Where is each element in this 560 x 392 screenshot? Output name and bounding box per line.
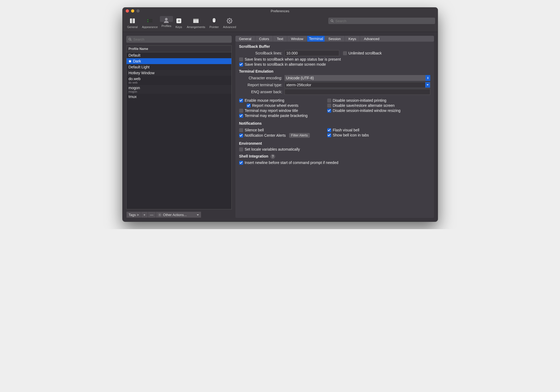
shell-newline-label: Insert newline before start of command p…	[245, 160, 338, 165]
scrollback-lines-label: Scrollback lines:	[239, 51, 285, 55]
checkbox-icon	[239, 114, 243, 118]
add-profile-button[interactable]: +	[141, 211, 148, 218]
disable-altscr-check[interactable]: Disable save/restore alternate screen	[327, 103, 430, 108]
paste-bracket-check[interactable]: Terminal may enable paste bracketing	[239, 113, 322, 118]
terminal-panel: Scrollback Buffer Scrollback lines: Unli…	[235, 42, 434, 218]
tab-general[interactable]: General	[235, 36, 255, 42]
shell-newline-check[interactable]: Insert newline before start of command p…	[239, 160, 430, 165]
profile-row[interactable]: Default Light	[127, 64, 231, 70]
disable-print-label: Disable session-initiated printing	[333, 98, 387, 103]
mouse-reporting-check[interactable]: Enable mouse reporting	[239, 98, 322, 103]
tab-session[interactable]: Session	[325, 36, 345, 42]
tab-colors[interactable]: Colors	[255, 36, 273, 42]
checkbox-icon	[239, 161, 243, 165]
profile-row[interactable]: tmux	[127, 94, 231, 100]
profile-row[interactable]: Dark	[127, 58, 231, 64]
svg-line-20	[227, 19, 228, 19]
locale-check[interactable]: Set locale variables automatically	[239, 147, 430, 151]
save-statusbar-check[interactable]: Save lines to scrollback when an app sta…	[239, 57, 430, 61]
disable-altscr-label: Disable save/restore alternate screen	[333, 103, 395, 108]
profile-sub: do web	[129, 81, 141, 84]
profile-name: Default Light	[129, 65, 150, 69]
toolbar-label: Arrangements	[187, 25, 205, 29]
checkbox-icon	[239, 128, 243, 132]
profile-row[interactable]: Hotkey Window	[127, 70, 231, 76]
encoding-value: Unicode (UTF-8)	[286, 76, 314, 80]
titlebar: Preferences	[123, 7, 438, 14]
scrollback-heading: Scrollback Buffer	[239, 44, 430, 49]
disable-print-check[interactable]: Disable session-initiated printing	[327, 98, 430, 103]
report-type-combo[interactable]: xterm-256color	[285, 82, 430, 88]
profile-list: DefaultDarkDefault LightHotkey Windowdo.…	[126, 52, 232, 209]
bell-icon-label: Show bell icon in tabs	[333, 133, 369, 137]
profile-sidebar: Profile Name DefaultDarkDefault LightHot…	[126, 36, 232, 218]
checkbox-icon	[239, 109, 243, 113]
filter-alerts-button[interactable]: Filter Alerts	[289, 133, 310, 138]
encoding-select[interactable]: Unicode (UTF-8)	[285, 75, 430, 81]
silence-bell-check[interactable]: Silence bell	[239, 128, 322, 132]
shell-heading: Shell Integration?	[239, 154, 430, 159]
profile-name: mogon	[129, 86, 140, 90]
nc-alerts-check[interactable]: Notification Center AlertsFilter Alerts	[239, 133, 322, 138]
tab-advanced[interactable]: Advanced	[360, 36, 383, 42]
svg-point-4	[148, 19, 148, 20]
toolbar-advanced[interactable]: Advanced	[221, 16, 238, 30]
profiles-icon	[163, 17, 170, 23]
toolbar-search-input[interactable]	[336, 19, 433, 23]
profile-list-header[interactable]: Profile Name	[126, 45, 232, 52]
checkbox-icon	[327, 133, 331, 137]
toolbar-keys[interactable]: ⌘Keys	[173, 16, 185, 30]
enq-label: ENQ answer back:	[239, 90, 285, 94]
encoding-label: Character encoding:	[239, 76, 285, 80]
profile-name: Hotkey Window	[129, 71, 155, 75]
profile-row[interactable]: do.webdo web	[127, 76, 231, 85]
preferences-window: Preferences GeneralAppearanceProfiles⌘Ke…	[123, 7, 438, 222]
toolbar-pointer[interactable]: Pointer	[207, 16, 221, 30]
checkbox-icon	[247, 104, 251, 108]
toolbar-profiles[interactable]: Profiles	[160, 16, 173, 22]
tab-terminal[interactable]: Terminal	[307, 36, 325, 42]
checkbox-icon	[343, 51, 347, 55]
unlimited-scrollback-check[interactable]: Unlimited scrollback	[343, 51, 382, 55]
toolbar-arrangements[interactable]: Arrangements	[185, 16, 207, 30]
tab-keys[interactable]: Keys	[345, 36, 360, 42]
checkbox-icon	[239, 99, 243, 103]
toolbar-label: Keys	[175, 25, 182, 29]
search-icon	[128, 38, 132, 41]
tags-button[interactable]: Tags >	[126, 211, 141, 218]
enq-input[interactable]	[285, 89, 430, 95]
disable-resize-check[interactable]: Disable session-initiated window resizin…	[327, 108, 430, 113]
advanced-icon	[226, 17, 233, 25]
mouse-wheel-check[interactable]: Report mouse wheel events	[247, 103, 322, 108]
profile-name: Default	[129, 53, 140, 57]
bell-icon-check[interactable]: Show bell icon in tabs	[327, 133, 430, 137]
checkbox-icon	[239, 134, 243, 138]
tab-window[interactable]: Window	[287, 36, 307, 42]
toolbar-search[interactable]	[328, 18, 435, 24]
toolbar-label: Appearance	[142, 25, 158, 29]
remove-profile-button[interactable]: —	[148, 211, 156, 218]
emulation-heading: Terminal Emulation	[239, 69, 430, 73]
other-actions-label: Other Actions...	[163, 213, 187, 217]
toolbar-appearance[interactable]: Appearance	[140, 16, 160, 30]
profile-row[interactable]: Default	[127, 52, 231, 58]
appearance-icon	[146, 17, 153, 25]
tab-text[interactable]: Text	[273, 36, 287, 42]
help-icon[interactable]: ?	[270, 154, 275, 159]
profile-tabs: GeneralColorsTextWindowTerminalSessionKe…	[235, 36, 434, 42]
profile-row[interactable]: mogonmogon	[127, 85, 231, 94]
nc-alerts-label: Notification Center Alerts	[245, 133, 286, 138]
search-icon	[330, 19, 334, 23]
toolbar-label: General	[127, 25, 138, 29]
svg-rect-1	[132, 18, 133, 23]
checkbox-icon	[239, 62, 243, 66]
toolbar-label: Profiles	[161, 24, 171, 28]
profile-search[interactable]	[126, 36, 232, 43]
report-title-check[interactable]: Terminal may report window title	[239, 108, 322, 113]
scrollback-lines-input[interactable]	[285, 50, 339, 56]
toolbar-general[interactable]: General	[125, 16, 140, 30]
other-actions-button[interactable]: Other Actions...	[156, 211, 201, 218]
save-altscreen-check[interactable]: Save lines to scrollback in alternate sc…	[239, 62, 430, 66]
flash-bell-check[interactable]: Flash visual bell	[327, 128, 430, 132]
profile-search-input[interactable]	[133, 37, 230, 41]
